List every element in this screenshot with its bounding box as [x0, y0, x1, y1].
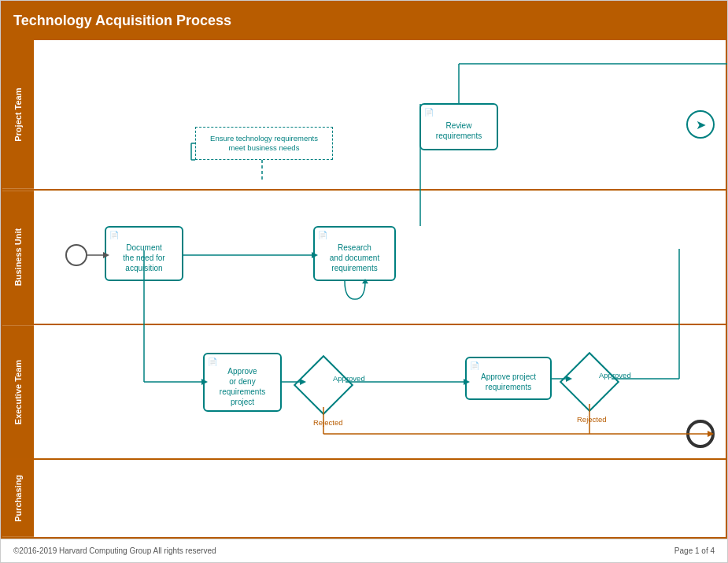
document-need-box: 📄 Document the need for acquisition [105, 226, 183, 281]
lane-project-team: Project Team 📄 Review requirements ➤ Ens… [2, 40, 726, 191]
exec-lane-svg [34, 325, 726, 458]
approve-proj-box: 📄 Approve project requirements [465, 357, 552, 400]
lane-label-purchasing: Purchasing [2, 460, 34, 537]
title-bar: Technology Acquisition Process [1, 1, 727, 40]
page-title: Technology Acquisition Process [13, 13, 231, 29]
copyright: ©2016-2019 Harvard Computing Group All r… [13, 546, 216, 555]
lane-purchasing: Purchasing [2, 460, 726, 537]
lane-executive-team: Executive Team 📄 Approve or deny require… [2, 325, 726, 460]
page-wrapper: Technology Acquisition Process Project T… [0, 0, 728, 563]
diamond2 [567, 360, 612, 404]
page-number: Page 1 of 4 [674, 546, 715, 555]
lane-label-business: Business Unit [2, 191, 34, 324]
annotation-box: Ensure technology requirements meet busi… [195, 127, 333, 160]
end-event [686, 420, 715, 448]
start-event [65, 244, 87, 266]
project-lane-svg [34, 40, 726, 189]
rejected2-label: Rejected [577, 415, 607, 424]
approved2-label: Approved [599, 371, 631, 380]
lane-label-executive: Executive Team [2, 325, 34, 458]
doc-icon: 📄 [424, 107, 434, 117]
research-doc-box: 📄 Research and document requirements [313, 226, 396, 281]
lane-executive-content: 📄 Approve or deny requirements project A… [34, 325, 726, 458]
review-requirements-box: 📄 Review requirements [419, 103, 498, 150]
doc-icon3: 📄 [318, 230, 327, 240]
doc-icon2: 📄 [109, 230, 119, 240]
footer: ©2016-2019 Harvard Computing Group All r… [1, 539, 727, 562]
lane-label-project: Project Team [2, 40, 34, 189]
rejected1-label: Rejected [313, 418, 343, 427]
lane-business-content: 📄 Document the need for acquisition 📄 Re… [34, 191, 726, 324]
lane-business-unit: Business Unit 📄 Document the need for ac… [2, 191, 726, 325]
lane-purchasing-content [34, 460, 726, 537]
diagram-area: Project Team 📄 Review requirements ➤ Ens… [1, 40, 727, 539]
doc-icon5: 📄 [470, 361, 479, 371]
approve-deny-box: 📄 Approve or deny requirements project [203, 353, 282, 412]
end-arrow-circle: ➤ [686, 110, 715, 139]
swim-lanes: Project Team 📄 Review requirements ➤ Ens… [1, 40, 727, 539]
approved1-label: Approved [333, 374, 365, 383]
lane-project-content: 📄 Review requirements ➤ Ensure technolog… [34, 40, 726, 189]
doc-icon4: 📄 [208, 357, 217, 367]
diamond1 [301, 363, 346, 407]
